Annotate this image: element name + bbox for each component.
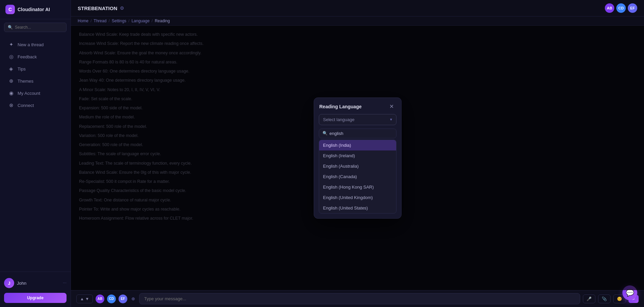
toolbar-more-icon[interactable]: ⊕	[130, 295, 136, 303]
search-icon: 🔍	[323, 131, 328, 136]
toolbar-avatar-1: AB	[96, 295, 104, 303]
breadcrumb-part-2[interactable]: Settings	[112, 19, 126, 23]
reading-language-modal: Reading Language ✕ Select language ▾ 🔍 E…	[314, 97, 402, 219]
sidebar-item-label: My Account	[18, 91, 40, 96]
sidebar-item-label: Tips	[18, 66, 26, 72]
themes-icon: ⊕	[8, 78, 14, 84]
sidebar-item-tips[interactable]: ◈ Tips	[3, 63, 68, 75]
upgrade-button[interactable]: Upgrade	[4, 293, 67, 303]
breadcrumb-sep-1: /	[108, 19, 109, 23]
tips-icon: ◈	[8, 66, 14, 72]
header-avatar-1: AB	[605, 3, 614, 13]
content-area: Balance Wind Scale: Keep trade deals wit…	[71, 26, 644, 290]
breadcrumb-sep-3: /	[152, 19, 153, 23]
breadcrumb: Home / Thread / Settings / Language / Re…	[71, 17, 644, 26]
account-icon: ◉	[8, 90, 14, 96]
bottom-toolbar: ▲ ▼ AB CD EF ⊕ 🎤 📎 😊 ➤	[71, 290, 644, 307]
sidebar: C Cloudinator AI 🔍 ✦ New a thread ◎ Feed…	[0, 0, 71, 307]
language-option-en-ie[interactable]: English (Ireland)	[319, 150, 396, 161]
breadcrumb-part-1[interactable]: Thread	[94, 19, 106, 23]
language-option-en-in[interactable]: English (India)	[319, 140, 396, 150]
header-avatar-2: CD	[616, 3, 626, 13]
sidebar-item-label: Connect	[18, 103, 34, 108]
modal-header: Reading Language ✕	[314, 98, 401, 114]
mic-button[interactable]: 🎤	[583, 295, 595, 303]
breadcrumb-sep-0: /	[91, 19, 92, 23]
user-name: John	[17, 281, 26, 286]
language-search-box[interactable]: 🔍	[319, 129, 396, 138]
connect-icon: ⊗	[8, 102, 14, 108]
language-search-input[interactable]	[330, 131, 393, 136]
sidebar-search-input[interactable]	[15, 25, 63, 30]
app-name: Cloudinator AI	[18, 7, 50, 12]
sidebar-search-box[interactable]: 🔍	[4, 23, 67, 32]
sidebar-item-label: New a thread	[18, 42, 44, 47]
breadcrumb-part-4[interactable]: Reading	[155, 19, 170, 23]
sidebar-nav: ✦ New a thread ◎ Feedback ◈ Tips ⊕ Theme…	[0, 35, 71, 272]
modal-title: Reading Language	[319, 104, 362, 109]
chevron-down-icon: ▾	[390, 117, 392, 122]
app-logo-icon: C	[5, 5, 15, 14]
new-chat-icon: ✦	[8, 41, 14, 48]
main-header: STREBENATION ⚙ AB CD EF	[71, 0, 644, 17]
language-option-en-au[interactable]: English (Australia)	[319, 161, 396, 171]
sidebar-bottom: J John ⋯ Upgrade	[0, 272, 71, 307]
select-placeholder: Select language	[323, 117, 355, 122]
user-options-icon[interactable]: ⋯	[63, 281, 67, 285]
feedback-icon: ◎	[8, 54, 14, 60]
sidebar-item-connect[interactable]: ⊗ Connect	[3, 100, 68, 111]
message-input[interactable]	[139, 293, 580, 304]
settings-icon[interactable]: ⚙	[120, 5, 124, 11]
language-option-en-ca[interactable]: English (Canada)	[319, 171, 396, 182]
breadcrumb-part-0[interactable]: Home	[78, 19, 88, 23]
sidebar-item-my-account[interactable]: ◉ My Account	[3, 87, 68, 99]
language-option-en-us[interactable]: English (United States)	[319, 203, 396, 213]
language-option-en-hk[interactable]: English (Hong Kong SAR)	[319, 182, 396, 192]
modal-close-button[interactable]: ✕	[388, 103, 396, 111]
page-title: STREBENATION	[78, 5, 117, 11]
sidebar-item-themes[interactable]: ⊕ Themes	[3, 75, 68, 87]
header-icons: AB CD EF	[605, 3, 637, 13]
sidebar-item-label: Feedback	[18, 54, 37, 59]
attachment-button[interactable]: 📎	[598, 295, 611, 303]
user-info: J John ⋯	[4, 276, 67, 290]
language-select[interactable]: Select language ▾	[319, 114, 396, 125]
language-dropdown-list: English (India) English (Ireland) Englis…	[319, 140, 396, 214]
select-wrapper: Select language ▾	[319, 114, 396, 125]
breadcrumb-sep-2: /	[128, 19, 129, 23]
header-avatar-3: EF	[628, 3, 637, 13]
toolbar-avatar-2: CD	[107, 295, 116, 303]
language-option-en-gb[interactable]: English (United Kingdom)	[319, 192, 396, 203]
toolbar-nav-button[interactable]: ▲ ▼	[76, 295, 93, 303]
avatar: J	[4, 278, 14, 288]
toolbar-avatar-3: EF	[119, 295, 127, 303]
sidebar-logo: C Cloudinator AI	[0, 0, 71, 19]
search-icon: 🔍	[8, 25, 13, 30]
modal-overlay[interactable]: Reading Language ✕ Select language ▾ 🔍 E…	[71, 26, 644, 290]
sidebar-item-feedback[interactable]: ◎ Feedback	[3, 51, 68, 62]
sidebar-item-label: Themes	[18, 79, 33, 84]
main-content: STREBENATION ⚙ AB CD EF Home / Thread / …	[71, 0, 644, 307]
sidebar-item-new-chat[interactable]: ✦ New a thread	[3, 39, 68, 50]
breadcrumb-part-3[interactable]: Language	[131, 19, 149, 23]
